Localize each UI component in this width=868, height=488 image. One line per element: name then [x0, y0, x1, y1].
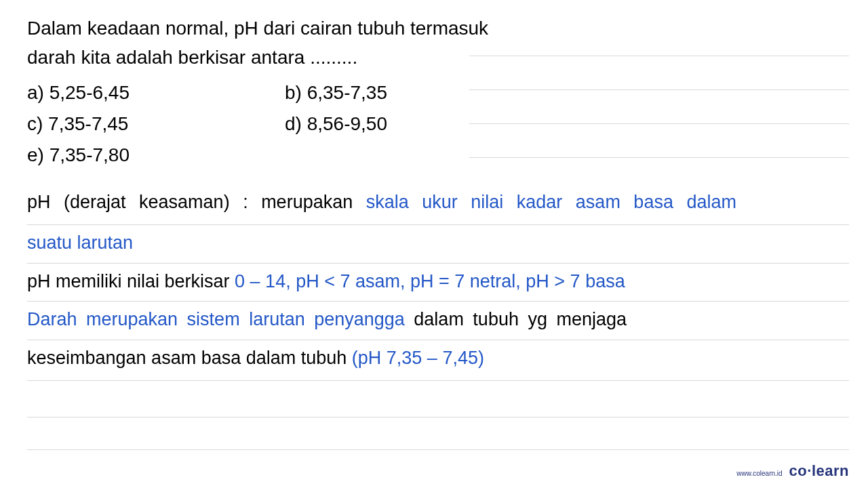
exp1-blue: skala ukur nilai kadar asam basa dalam — [366, 192, 736, 212]
footer: www.colearn.id co·learn — [736, 462, 849, 480]
brand-co: co — [789, 462, 808, 479]
exp2-blue: suatu larutan — [27, 232, 133, 253]
brand-learn: learn — [812, 462, 849, 479]
exp5-black: keseimbangan asam basa dalam tubuh — [27, 348, 352, 368]
explanation-line-1: pH (derajat keasaman) : merupakan skala … — [27, 188, 849, 225]
question-line-1: Dalam keadaan normal, pH dari cairan tub… — [27, 14, 841, 43]
explanation-block: pH (derajat keasaman) : merupakan skala … — [27, 188, 849, 450]
exp1-black: pH (derajat keasaman) : merupakan — [27, 192, 366, 212]
exp3-black: pH memiliki nilai berkisar — [27, 271, 235, 291]
exp5-blue: (pH 7,35 – 7,45) — [352, 348, 484, 368]
exp4-black: dalam tubuh yg menjaga — [405, 309, 627, 329]
empty-ruled-line — [27, 385, 849, 418]
brand-dot: · — [807, 462, 812, 479]
option-c: c) 7,35-7,45 — [27, 113, 285, 135]
empty-ruled-line — [27, 418, 849, 450]
explanation-line-2: suatu larutan — [27, 229, 849, 264]
ruled-notebook-lines — [469, 56, 849, 191]
option-a: a) 5,25-6,45 — [27, 82, 285, 104]
footer-url: www.colearn.id — [736, 470, 782, 477]
exp4-blue: Darah merupakan sistem larutan penyangga — [27, 309, 405, 329]
explanation-line-5: keseimbangan asam basa dalam tubuh (pH 7… — [27, 344, 849, 381]
explanation-line-4: Darah merupakan sistem larutan penyangga… — [27, 306, 849, 341]
footer-brand-logo: co·learn — [789, 462, 849, 480]
explanation-line-3: pH memiliki nilai berkisar 0 – 14, pH < … — [27, 268, 849, 302]
exp3-blue: 0 – 14, pH < 7 asam, pH = 7 netral, pH >… — [235, 271, 625, 291]
